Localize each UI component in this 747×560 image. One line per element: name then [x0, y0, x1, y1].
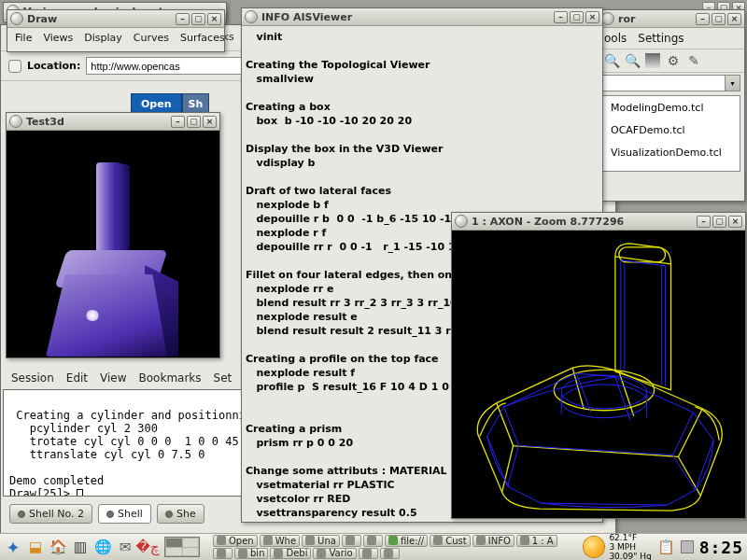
app-icon [274, 549, 283, 558]
gear-icon[interactable]: ⚙ [666, 53, 681, 68]
weather-pressure: 30.09" Hg [609, 552, 651, 560]
svg-point-2 [561, 375, 646, 409]
task-button[interactable]: Whe [260, 535, 300, 547]
task-button[interactable]: Open [213, 535, 258, 547]
maximize-button[interactable]: ▢ [712, 216, 726, 228]
task-button[interactable]: file:// [385, 535, 428, 547]
test3d-titlebar[interactable]: Test3d – ▢ × [7, 113, 219, 131]
desktop-pager[interactable] [164, 537, 200, 557]
dropdown-icon[interactable]: ▾ [725, 76, 740, 91]
menu-display[interactable]: Display [84, 32, 122, 44]
app-icon [238, 549, 247, 558]
menu-curves[interactable]: Curves [134, 32, 169, 44]
menu-view[interactable]: View [100, 371, 126, 385]
launchers: ✦ ⬓ 🏠 ▥ 🌐 ✉ �چ [4, 538, 157, 556]
test3d-window: Test3d – ▢ × [6, 112, 220, 358]
menu-settings[interactable]: Settings [638, 32, 684, 45]
task-button[interactable] [359, 548, 378, 560]
file-item[interactable]: OCAFDemo.tcl [611, 124, 732, 136]
info-title: INFO AISViewer [261, 11, 352, 23]
zoom-in-icon[interactable]: 🔍 [625, 53, 640, 68]
task-button[interactable] [342, 535, 361, 547]
klipper-icon[interactable]: 📋 [657, 539, 675, 555]
menu-bookmarks[interactable]: Bookmarks [139, 371, 202, 385]
menu-file[interactable]: File [15, 32, 32, 44]
task-button[interactable]: Vario [313, 548, 356, 560]
task-button[interactable]: Debi [270, 548, 311, 560]
axon-titlebar[interactable]: 1 : AXON - Zoom 8.777296 – ▢ × [452, 213, 745, 231]
close-button[interactable]: × [203, 116, 217, 128]
axon-title: 1 : AXON - Zoom 8.777296 [472, 216, 624, 228]
tab-label: She [176, 508, 196, 520]
app-icon [217, 536, 226, 545]
maximize-button[interactable]: ▢ [712, 13, 726, 25]
close-button[interactable]: × [207, 13, 221, 25]
menu-views[interactable]: Views [43, 32, 73, 44]
mail-icon[interactable]: ✉ [116, 538, 134, 556]
close-button[interactable]: × [727, 13, 741, 25]
shell-tab[interactable]: Shell No. 2 [9, 504, 92, 524]
nav-icon[interactable] [8, 60, 21, 73]
task-button[interactable]: bin [234, 548, 268, 560]
clock[interactable]: 8:25 [699, 538, 743, 557]
minimize-button[interactable]: – [176, 13, 190, 25]
weather-wind: 3 MPH [609, 542, 651, 552]
task-button[interactable]: INFO [472, 535, 514, 547]
desktop-icon[interactable]: ⬓ [26, 538, 45, 556]
draw-titlebar[interactable]: Draw – ▢ × [7, 10, 224, 28]
menu-session[interactable]: Session [11, 371, 54, 385]
app-icon [263, 536, 273, 545]
minimize-button[interactable]: – [171, 116, 185, 128]
minimize-button[interactable]: – [696, 13, 710, 25]
info-titlebar[interactable]: INFO AISViewer – ▢ × [242, 8, 602, 26]
task-button[interactable]: Una [302, 535, 340, 547]
close-button[interactable]: × [728, 216, 742, 228]
separator [645, 53, 660, 68]
task-label: Debi [286, 548, 307, 558]
help-icon[interactable]: �چ [138, 538, 157, 556]
kmenu-icon[interactable]: ✦ [4, 538, 22, 556]
weather-widget[interactable]: 62.1°F 3 MPH 30.09" Hg [584, 533, 651, 560]
axon-canvas[interactable] [452, 231, 745, 518]
task-label: Open [229, 536, 254, 546]
file-list: ModelingDemo.tcl OCAFDemo.tcl Visualizat… [602, 95, 740, 172]
minimize-button[interactable]: – [697, 216, 711, 228]
task-button[interactable]: 1 : A [516, 535, 557, 547]
konqueror-toolbar: 🔍 🔍 ⚙ ✎ [599, 49, 744, 73]
terminal-icon[interactable]: ▥ [71, 538, 90, 556]
test3d-canvas[interactable] [7, 131, 219, 357]
zoom-out-icon[interactable]: 🔍 [604, 53, 619, 68]
tray-icon[interactable] [681, 540, 694, 553]
konqueror-location[interactable]: ▾ [602, 75, 740, 91]
menu-tools[interactable]: ools [604, 32, 627, 45]
maximize-button[interactable]: ▢ [570, 11, 584, 23]
tool-icon[interactable]: ✎ [686, 53, 701, 68]
home-icon[interactable]: 🏠 [49, 538, 67, 556]
konsole-menubar: Session Edit View Bookmarks Set [11, 371, 232, 385]
file-item[interactable]: VisualizationDemo.tcl [611, 147, 732, 159]
close-button[interactable]: × [585, 11, 599, 23]
app-icon [317, 549, 326, 558]
task-button[interactable] [213, 548, 233, 560]
task-button[interactable] [363, 535, 383, 547]
maximize-button[interactable]: ▢ [187, 116, 201, 128]
browser-icon[interactable]: 🌐 [93, 538, 112, 556]
konqueror-titlebar[interactable]: ror – ▢ × [599, 10, 744, 28]
task-label: file:// [401, 536, 424, 546]
tab-icon [106, 511, 114, 518]
shell-tab[interactable]: Shell [98, 504, 151, 524]
maximize-button[interactable]: ▢ [191, 13, 205, 25]
shell-tab[interactable]: She [157, 504, 204, 524]
task-button[interactable]: Cust [430, 535, 470, 547]
task-button[interactable] [380, 548, 400, 560]
menu-edit[interactable]: Edit [66, 371, 88, 385]
file-item[interactable]: ModelingDemo.tcl [611, 102, 732, 114]
app-icon [367, 536, 376, 545]
menu-settings[interactable]: Set [214, 371, 233, 385]
taskbar: ✦ ⬓ 🏠 ▥ 🌐 ✉ �چ Open Whe Una file:// Cust… [0, 533, 747, 560]
app-icon [388, 536, 398, 545]
menu-surfaces[interactable]: Surfaces [180, 32, 225, 44]
app-icon [384, 549, 393, 558]
minimize-button[interactable]: – [554, 11, 568, 23]
task-label: Una [317, 536, 336, 546]
